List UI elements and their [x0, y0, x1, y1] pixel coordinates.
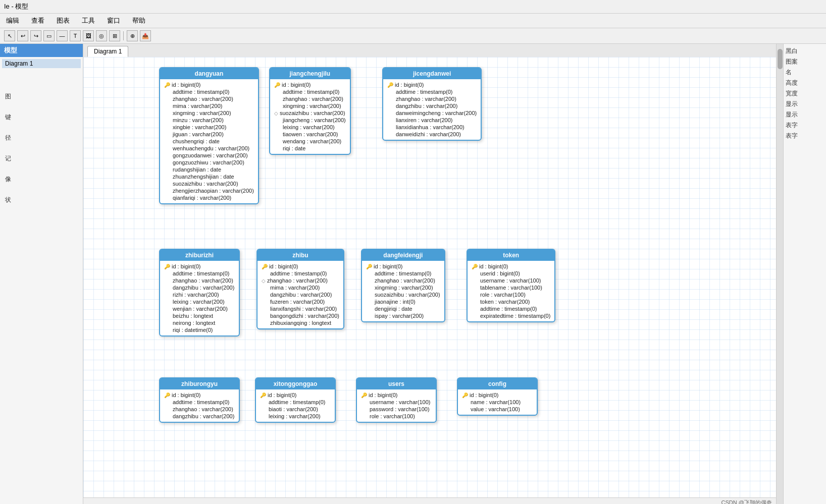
field-row: dengjiriqi : date: [366, 305, 440, 312]
key-icon: 🔑: [260, 393, 266, 398]
field-row: suozaizhibu : varchar(200): [366, 291, 440, 298]
field-row: rizhi : varchar(200): [164, 291, 235, 298]
field-row: zhibuxiangqing : longtext: [262, 319, 339, 326]
tree-diagram[interactable]: Diagram 1: [2, 59, 81, 68]
table-users[interactable]: users🔑id : bigint(0)username : varchar(1…: [356, 377, 437, 423]
toolbar-select[interactable]: ↖: [4, 30, 15, 41]
menu-help[interactable]: 帮助: [130, 15, 147, 26]
field-name: riqi : date: [283, 145, 305, 151]
field-name: lianxidianhua : varchar(200): [396, 124, 464, 130]
scroll-bar-right[interactable]: [776, 44, 783, 504]
field-row: chushengriqi : date: [164, 138, 254, 145]
field-row: zhanghao : varchar(200): [387, 95, 477, 102]
field-row: rudangshijian : date: [164, 166, 254, 173]
toolbar-extra[interactable]: ⊞: [109, 30, 120, 41]
sidebar-label-jian: 键: [1, 111, 15, 123]
toolbar-img[interactable]: 🖼: [83, 30, 94, 41]
field-row: riqi : datetime(0): [164, 326, 235, 333]
table-zhiburizhi[interactable]: zhiburizhi🔑id : bigint(0)addtime : times…: [159, 249, 240, 337]
field-name: dengjiriqi : date: [375, 306, 412, 312]
field-name: password : varchar(100): [370, 406, 430, 412]
tab-diagram1[interactable]: Diagram 1: [87, 46, 128, 57]
field-row: addtime : timestamp(0): [164, 270, 235, 277]
key-icon: 🔑: [361, 393, 367, 398]
toolbar-rect[interactable]: ▭: [43, 30, 55, 41]
field-name: mima : varchar(200): [270, 285, 320, 291]
table-header-dangyuan: dangyuan: [160, 68, 258, 79]
menu-tools[interactable]: 工具: [80, 15, 97, 26]
table-dangfeidengji[interactable]: dangfeidengji🔑id : bigint(0)addtime : ti…: [361, 249, 445, 322]
toolbar-sep1: [123, 31, 124, 40]
field-row: 🔑id : bigint(0): [164, 81, 254, 88]
toolbar-export[interactable]: 📤: [140, 30, 151, 41]
field-row: leixing : varchar(200): [260, 413, 331, 420]
field-name: role : varchar(100): [370, 413, 415, 419]
field-name: id : bigint(0): [268, 392, 296, 398]
field-row: ispay : varchar(200): [366, 312, 440, 319]
field-row: expiratedtime : timestamp(0): [472, 312, 550, 319]
field-name: name : varchar(100): [471, 399, 521, 405]
title-bar: Ie - 模型: [0, 0, 826, 14]
field-row: 🔑id : bigint(0): [262, 263, 339, 270]
toolbar-redo[interactable]: ↪: [30, 30, 41, 41]
field-name: dangzhibu : varchar(200): [270, 292, 332, 298]
table-body-users: 🔑id : bigint(0)username : varchar(100)pa…: [357, 389, 436, 422]
table-header-zhiburizhi: zhiburizhi: [160, 250, 239, 261]
field-row: zhanghao : varchar(200): [164, 277, 235, 284]
field-row: 🔑id : bigint(0): [366, 263, 440, 270]
table-dangyuan[interactable]: dangyuan🔑id : bigint(0)addtime : timesta…: [159, 67, 259, 204]
right-panel-item-0: 黑白: [786, 46, 824, 57]
table-zhibu[interactable]: zhibu🔑id : bigint(0)addtime : timestamp(…: [256, 249, 344, 329]
field-name: tiaowen : varchar(200): [283, 131, 338, 137]
key-icon: 🔑: [164, 264, 170, 269]
menu-window[interactable]: 窗口: [105, 15, 122, 26]
key-icon: 🔑: [366, 264, 372, 269]
table-token[interactable]: token🔑id : bigint(0)userid : bigint(0)us…: [467, 249, 555, 322]
field-name: id : bigint(0): [395, 82, 424, 88]
field-name: id : bigint(0): [172, 392, 200, 398]
field-name: jiaonajine : int(0): [375, 299, 416, 305]
field-row: suozaizhibu : varchar(200): [164, 180, 254, 187]
menu-view[interactable]: 查看: [29, 15, 46, 26]
key-icon: 🔑: [164, 82, 170, 88]
menu-chart[interactable]: 图表: [55, 15, 72, 26]
field-name: qianfariqi : varchar(200): [173, 195, 231, 201]
field-name: role : varchar(100): [480, 292, 526, 298]
field-name: riqi : datetime(0): [173, 327, 213, 333]
field-name: beizhu : longtext: [173, 313, 213, 319]
field-row: tablename : varchar(100): [472, 284, 550, 291]
table-config[interactable]: config🔑id : bigint(0)name : varchar(100)…: [457, 377, 538, 416]
field-row: xingming : varchar(200): [164, 109, 254, 117]
menu-edit[interactable]: 编辑: [4, 15, 21, 26]
toolbar-zoom[interactable]: ⊕: [127, 30, 138, 41]
field-row: tiaowen : varchar(200): [274, 131, 346, 138]
field-name: token : varchar(200): [480, 299, 530, 305]
right-panel-item-6: 显示: [786, 109, 824, 120]
table-body-token: 🔑id : bigint(0)userid : bigint(0)usernam…: [468, 261, 554, 321]
table-jicengdanwei[interactable]: jicengdanwei🔑id : bigint(0)addtime : tim…: [382, 67, 482, 141]
field-row: xingming : varchar(200): [274, 102, 346, 109]
field-row: beizhu : longtext: [164, 312, 235, 319]
table-xitonggonggao[interactable]: xitonggonggao🔑id : bigint(0)addtime : ti…: [255, 377, 336, 423]
right-panel-item-4: 宽度: [786, 88, 824, 99]
table-zhiburongyu[interactable]: zhiburongyu🔑id : bigint(0)addtime : time…: [159, 377, 240, 423]
field-row: wenjian : varchar(200): [164, 305, 235, 312]
toolbar-line[interactable]: —: [57, 30, 68, 41]
field-row: addtime : timestamp(0): [260, 399, 331, 406]
field-name: id : bigint(0): [172, 263, 200, 269]
field-name: rizhi : varchar(200): [173, 292, 219, 298]
toolbar-shape[interactable]: ◎: [96, 30, 107, 41]
field-name: suozaizhibu : varchar(200): [375, 292, 440, 298]
field-row: zhanghao : varchar(200): [164, 95, 254, 102]
key-icon: 🔑: [462, 393, 468, 398]
canvas-area[interactable]: dangyuan🔑id : bigint(0)addtime : timesta…: [83, 57, 776, 497]
field-name: chushengriqi : date: [173, 138, 220, 144]
scroll-thumb[interactable]: [778, 49, 783, 69]
field-row: zhanghao : varchar(200): [274, 95, 346, 102]
table-body-jiangchengjilu: 🔑id : bigint(0)addtime : timestamp(0)zha…: [270, 79, 350, 154]
field-name: id : bigint(0): [369, 392, 397, 398]
toolbar-text[interactable]: T: [70, 30, 81, 41]
field-name: username : varchar(100): [480, 277, 541, 284]
table-jiangchengjilu[interactable]: jiangchengjilu🔑id : bigint(0)addtime : t…: [269, 67, 351, 155]
toolbar-undo[interactable]: ↩: [17, 30, 28, 41]
